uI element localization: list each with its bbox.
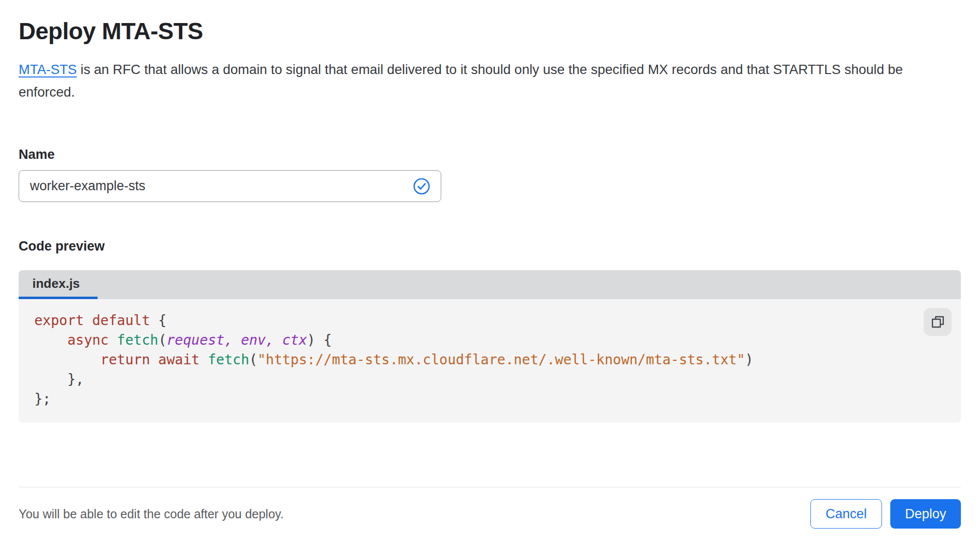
mta-sts-link[interactable]: MTA-STS bbox=[19, 62, 77, 77]
deploy-mta-sts-page: Deploy MTA-STS MTA-STS is an RFC that al… bbox=[0, 18, 980, 529]
description-body: is an RFC that allows a domain to signal… bbox=[19, 62, 903, 100]
deploy-button[interactable]: Deploy bbox=[890, 499, 961, 529]
code-tab-bar: index.js bbox=[19, 270, 961, 299]
code-content: export default { async fetch(request, en… bbox=[34, 311, 922, 409]
check-circle-icon bbox=[413, 178, 430, 195]
footer-divider bbox=[19, 487, 961, 487]
name-input[interactable] bbox=[19, 170, 441, 202]
code-area: export default { async fetch(request, en… bbox=[19, 299, 961, 423]
footer-actions: Cancel Deploy bbox=[810, 499, 961, 529]
name-input-wrap bbox=[19, 170, 441, 202]
footer: You will be able to edit the code after … bbox=[19, 499, 961, 529]
cancel-button[interactable]: Cancel bbox=[810, 499, 882, 529]
name-label: Name bbox=[19, 147, 961, 162]
tab-index-js[interactable]: index.js bbox=[19, 270, 98, 299]
page-title: Deploy MTA-STS bbox=[19, 18, 961, 45]
description-text: MTA-STS is an RFC that allows a domain t… bbox=[19, 58, 956, 103]
copy-code-button[interactable] bbox=[924, 308, 952, 336]
footer-note: You will be able to edit the code after … bbox=[19, 507, 284, 521]
copy-icon bbox=[931, 315, 945, 329]
code-preview-block: index.js export default { async fetch(re… bbox=[19, 270, 961, 423]
code-preview-label: Code preview bbox=[19, 238, 961, 254]
